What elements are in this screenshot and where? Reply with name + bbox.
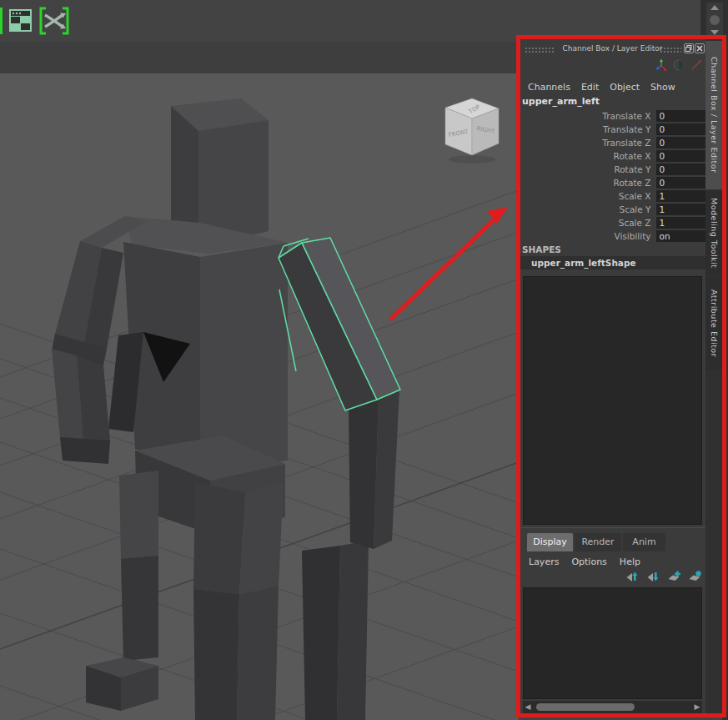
channel-box-menubar: ChannelsEditObjectShow: [520, 78, 714, 95]
panel-layout-shelf-icon[interactable]: [7, 6, 35, 36]
restore-window-icon: [685, 44, 693, 53]
no-manip-icon[interactable]: [672, 58, 685, 72]
attribute-value-field[interactable]: on: [656, 230, 705, 242]
close-panel-button[interactable]: [695, 43, 705, 53]
shelf-scroll-down-icon[interactable]: [710, 30, 719, 35]
attribute-row: Translate Z0: [520, 136, 705, 149]
scroll-left-icon[interactable]: ◀: [523, 701, 533, 713]
leg-left-thigh: [119, 471, 158, 561]
attribute-label[interactable]: Scale X: [520, 191, 655, 201]
layer-editor-menubar: LayersOptionsHelp: [520, 553, 715, 570]
attribute-value-field[interactable]: 0: [656, 123, 705, 135]
tab-render[interactable]: Render: [575, 533, 621, 551]
attribute-row: Rotate Y0: [520, 163, 705, 176]
leg-right-thigh-front: [193, 482, 245, 594]
speed-slow-icon[interactable]: [690, 58, 703, 72]
selected-object-name: upper_arm_left: [522, 96, 600, 107]
shelf-scroll-up-icon[interactable]: [710, 5, 719, 10]
attribute-label[interactable]: Translate Y: [520, 124, 655, 134]
shelf-scrollbar[interactable]: [706, 3, 723, 38]
attribute-label[interactable]: Rotate Y: [520, 164, 655, 174]
side-tab-attribute-editor[interactable]: Attribute Editor: [705, 277, 722, 370]
attribute-value-field[interactable]: 0: [656, 150, 705, 162]
attribute-label[interactable]: Scale Y: [520, 204, 655, 214]
layers-list: [523, 587, 702, 699]
attribute-value-field[interactable]: 1: [656, 217, 705, 229]
attribute-label[interactable]: Visibility: [520, 231, 655, 241]
tab-anim[interactable]: Anim: [623, 533, 665, 551]
shelf-toolbar: [0, 0, 728, 43]
attribute-label[interactable]: Scale Z: [520, 218, 655, 228]
channel-manip-icons: [520, 58, 705, 75]
attribute-value-field[interactable]: 1: [656, 204, 705, 215]
attribute-row: Visibilityon: [520, 229, 705, 243]
isolate-select-shelf-icon[interactable]: [38, 6, 70, 36]
side-tab-channel-box-layer-editor[interactable]: Channel Box / Layer Editor: [705, 41, 722, 189]
view-cube-shadow: [449, 155, 495, 164]
scrollbar-thumb[interactable]: [536, 703, 635, 711]
layers-horizontal-scrollbar[interactable]: ◀ ▶: [523, 701, 702, 713]
layer-menu-options[interactable]: Options: [571, 556, 606, 567]
channel-box-empty-area: [523, 276, 702, 525]
layer-menu-help[interactable]: Help: [620, 556, 640, 567]
viewport-top-band: [0, 42, 519, 73]
channel-menu-channels[interactable]: Channels: [528, 82, 570, 93]
new-layer-from-selected-icon[interactable]: [688, 570, 702, 583]
attribute-label[interactable]: Translate Z: [520, 138, 655, 148]
attribute-row: Scale Y1: [520, 203, 705, 216]
attribute-value-field[interactable]: 1: [656, 190, 705, 202]
new-empty-layer-icon[interactable]: [667, 570, 681, 583]
tab-display[interactable]: Display: [527, 533, 573, 551]
undock-panel-button[interactable]: [684, 43, 694, 53]
attribute-row: Rotate Z0: [520, 176, 705, 189]
attribute-label[interactable]: Rotate Z: [520, 178, 655, 188]
attribute-row: Scale Z1: [520, 216, 705, 229]
attribute-row: Rotate X0: [520, 149, 705, 163]
attribute-value-field[interactable]: 0: [656, 177, 705, 189]
attribute-value-field[interactable]: 0: [656, 110, 705, 122]
leg-right-shin-front: [193, 589, 239, 720]
clipped-shelf-icon: [0, 8, 3, 34]
attribute-label[interactable]: Rotate X: [520, 151, 655, 161]
layer-editor-icons: [520, 570, 702, 586]
maya-window: FRONTRIGHTTOP Channel Box / Layer Editor: [0, 0, 728, 720]
channel-box-titlebar: Channel Box / Layer Editor: [520, 39, 705, 59]
attribute-row: Translate X0: [520, 109, 705, 123]
attribute-value-field[interactable]: 0: [656, 137, 705, 149]
shapes-header: SHAPES: [522, 244, 561, 254]
layer-menu-layers[interactable]: Layers: [529, 556, 559, 567]
scroll-right-icon[interactable]: ▶: [692, 701, 702, 713]
leg-right-shin-side: [237, 586, 279, 720]
forearm-right-dark: [349, 400, 379, 549]
close-icon: [695, 44, 704, 53]
attribute-row: Scale X1: [520, 189, 705, 203]
side-tab-modeling-toolkit[interactable]: Modeling Toolkit: [705, 191, 722, 274]
arm-left-hand: [60, 437, 110, 464]
channel-box-panel: Channel Box / Layer Editor: [520, 39, 705, 716]
shape-node-row[interactable]: upper_arm_leftShape: [520, 256, 705, 269]
attribute-value-field[interactable]: 0: [656, 164, 705, 175]
panel-divider: [520, 527, 705, 528]
side-tab-strip: Channel Box / Layer EditorModeling Toolk…: [705, 39, 722, 716]
layer-editor-tabs: DisplayRenderAnim: [527, 533, 665, 551]
shelf-scroll-knob[interactable]: [710, 15, 720, 25]
torso-side: [200, 243, 288, 471]
shelf-right-cap: [700, 0, 728, 40]
channel-menu-show[interactable]: Show: [650, 82, 675, 93]
channel-menu-edit[interactable]: Edit: [581, 82, 599, 93]
leg-far-front: [302, 546, 340, 720]
leg-left-shin: [121, 556, 158, 661]
move-manipulator-icon[interactable]: [655, 58, 668, 72]
move-layer-down-icon[interactable]: [646, 570, 660, 583]
leg-far-side: [337, 541, 369, 720]
right-gutter: [722, 40, 728, 720]
attribute-row: Translate Y0: [520, 123, 705, 136]
leg-right-thigh-side: [239, 482, 284, 594]
attribute-label[interactable]: Translate X: [520, 111, 655, 121]
channel-menu-object[interactable]: Object: [610, 82, 640, 93]
3d-viewport[interactable]: FRONTRIGHTTOP: [0, 73, 519, 720]
panel-title: Channel Box / Layer Editor: [520, 44, 705, 53]
channel-attributes: Translate X0Translate Y0Translate Z0Rota…: [520, 109, 705, 243]
move-layer-up-icon[interactable]: [625, 570, 640, 583]
